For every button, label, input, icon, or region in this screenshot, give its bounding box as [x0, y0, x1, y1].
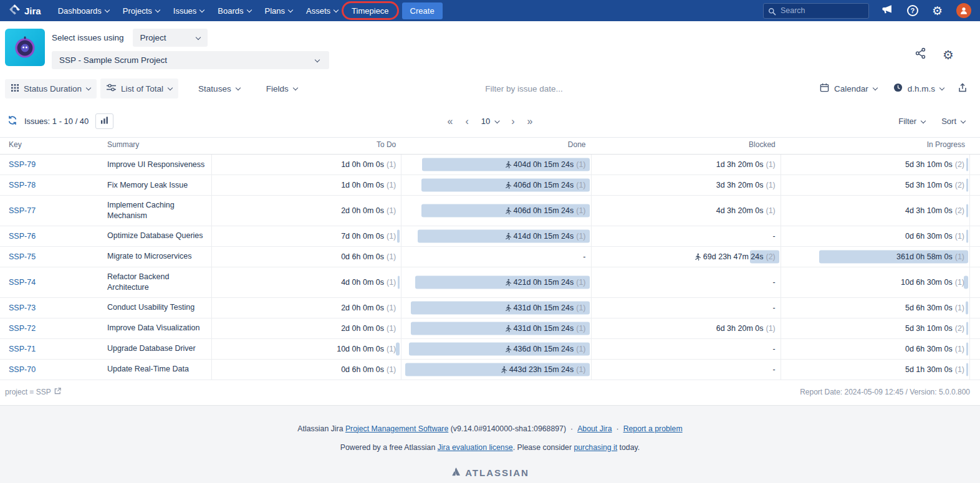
duration-text: 5d 6h 30m 0s(1): [905, 304, 964, 312]
user-avatar[interactable]: [956, 3, 971, 18]
chevron-down-icon: [168, 85, 173, 90]
issue-date-filter-input[interactable]: [485, 84, 632, 93]
prev-page-button[interactable]: ‹: [465, 117, 468, 127]
issue-summary: Migrate to Microservices: [107, 251, 191, 262]
external-link-icon[interactable]: [54, 388, 61, 396]
key-cell: SSP-70: [0, 360, 102, 380]
clock-icon: [893, 83, 903, 94]
page-size-dropdown[interactable]: 10: [481, 117, 499, 126]
key-cell: SSP-73: [0, 298, 102, 318]
nav-item-dashboards[interactable]: Dashboards: [51, 0, 116, 21]
runner-icon: [504, 304, 511, 312]
blocked-cell: 4d 3h 20m 0s(1): [591, 196, 781, 226]
about-jira-link[interactable]: About Jira: [577, 424, 612, 433]
footer-separator: ·: [617, 424, 619, 433]
report-type-dropdown[interactable]: Status Duration: [5, 79, 97, 98]
report-problem-link[interactable]: Report a problem: [623, 424, 683, 433]
issue-key-link[interactable]: SSP-71: [9, 345, 36, 353]
done-cell: 421d 0h 15m 24s(1): [401, 267, 590, 297]
duration-count: (1): [387, 324, 396, 333]
filter-label: Filter: [898, 117, 916, 126]
issue-key-link[interactable]: SSP-79: [9, 160, 36, 169]
duration-value: 2d 0h 0m 0s: [341, 324, 384, 333]
table-row: SSP-77Implement Caching Mechanism2d 0h 0…: [0, 196, 980, 226]
last-page-button[interactable]: »: [527, 117, 533, 127]
pms-link[interactable]: Project Management Software: [345, 424, 448, 433]
runner-icon: [504, 232, 511, 240]
nav-icon-group: ? ⚙: [882, 3, 971, 18]
issue-key-link[interactable]: SSP-75: [9, 252, 36, 261]
next-page-button[interactable]: ›: [511, 117, 514, 127]
footer-text: (v9.14.0#9140000-sha1:0968897): [448, 424, 566, 433]
nav-item-projects[interactable]: Projects: [116, 0, 166, 21]
done-cell: 404d 0h 15m 24s(1): [401, 155, 590, 175]
issue-key-link[interactable]: SSP-78: [9, 181, 36, 189]
issue-key-link[interactable]: SSP-72: [9, 324, 36, 333]
search-input[interactable]: [763, 3, 869, 19]
report-toolbar: Status Duration List of Total Statuses F…: [0, 77, 980, 105]
nav-item-label: Plans: [265, 6, 286, 16]
in-progress-cell: 5d 3h 10m 0s(2): [781, 175, 970, 195]
blocked-cell: -: [591, 298, 781, 318]
evaluation-license-link[interactable]: Jira evaluation license: [438, 443, 513, 452]
table-row: SSP-75Migrate to Microservices0d 6h 0m 0…: [0, 247, 980, 267]
in-progress-cell: 10d 6h 30m 0s(1): [781, 267, 970, 297]
statuses-dropdown[interactable]: Statuses: [192, 79, 246, 98]
issue-key-link[interactable]: SSP-74: [9, 278, 36, 287]
duration-value: 69d 23h 47m 24s: [703, 252, 764, 261]
duration-bar: [966, 158, 968, 171]
duration-text: 436d 0h 15m 24s(1): [504, 345, 586, 353]
nav-item-boards[interactable]: Boards: [211, 0, 257, 21]
duration-text: -: [773, 278, 776, 287]
fields-dropdown[interactable]: Fields: [260, 79, 304, 98]
chart-view-button[interactable]: [95, 113, 113, 129]
key-cell: SSP-74: [0, 267, 102, 297]
nav-item-assets[interactable]: Assets: [299, 0, 345, 21]
nav-item-issues[interactable]: Issues: [166, 0, 211, 21]
runner-icon: [504, 345, 511, 353]
issue-key-link[interactable]: SSP-76: [9, 232, 36, 241]
duration-count: (2): [766, 252, 775, 261]
create-button[interactable]: Create: [402, 2, 443, 19]
announcements-icon[interactable]: [882, 4, 893, 17]
share-icon[interactable]: [915, 47, 926, 62]
summary-cell: Migrate to Microservices: [102, 247, 211, 267]
filter-dropdown[interactable]: Filter: [893, 114, 930, 128]
time-format-dropdown[interactable]: d.h.m.s: [887, 78, 950, 99]
chevron-down-icon: [334, 7, 339, 12]
blocked-cell: -: [591, 226, 781, 246]
project-dropdown[interactable]: SSP - Sample Scrum Project: [52, 51, 329, 69]
duration-text: 10d 0h 0m 0s(1): [337, 345, 396, 353]
duration-count: (1): [955, 252, 964, 261]
in-progress-cell: 4d 3h 10m 0s(2): [781, 196, 970, 226]
duration-value: 0d 6h 30m 0s: [905, 345, 953, 353]
key-cell: SSP-72: [0, 318, 102, 338]
calendar-dropdown[interactable]: Calendar: [814, 78, 883, 99]
duration-count: (2): [955, 324, 964, 333]
footer-line-1: Atlassian Jira Project Management Softwa…: [0, 424, 980, 433]
duration-count: (1): [576, 304, 585, 312]
table-footer: project = SSP Report Date: 2024-05-09 12…: [0, 380, 980, 405]
duration-text: -: [773, 365, 776, 374]
nav-item-plans[interactable]: Plans: [258, 0, 300, 21]
nav-item-label: Boards: [218, 6, 243, 16]
duration-count: (1): [576, 324, 585, 333]
jira-logo[interactable]: Jira: [6, 4, 51, 17]
purchasing-link[interactable]: purchasing it: [574, 443, 617, 452]
refresh-icon[interactable]: [7, 115, 17, 128]
sort-dropdown[interactable]: Sort: [936, 114, 970, 128]
help-icon[interactable]: ?: [907, 5, 918, 16]
issue-key-link[interactable]: SSP-70: [9, 365, 36, 374]
export-button[interactable]: [954, 79, 971, 98]
issue-key-link[interactable]: SSP-77: [9, 206, 36, 215]
settings-icon[interactable]: ⚙: [932, 5, 943, 17]
report-settings-icon[interactable]: ⚙: [943, 49, 954, 61]
duration-value: 6d 3h 20m 0s: [716, 324, 764, 333]
issue-key-link[interactable]: SSP-73: [9, 304, 36, 312]
grid-icon: [11, 84, 19, 93]
list-mode-dropdown[interactable]: List of Total: [100, 79, 178, 98]
first-page-button[interactable]: «: [448, 117, 453, 127]
issue-source-dropdown[interactable]: Project: [133, 29, 208, 47]
nav-item-timepiece[interactable]: Timepiece: [345, 0, 395, 21]
atlassian-logo-icon: [451, 467, 461, 479]
